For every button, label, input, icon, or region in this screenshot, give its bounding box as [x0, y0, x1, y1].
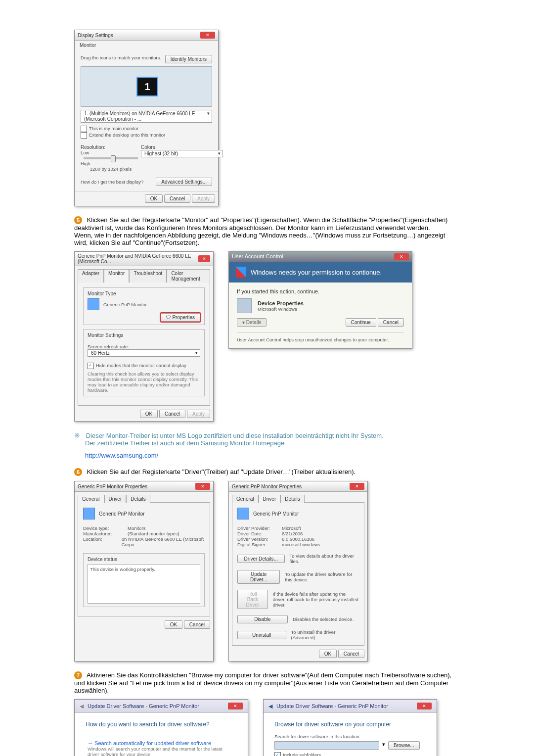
update-driver-wizard-1: ◀ Update Driver Software - Generic PnP M…: [74, 699, 248, 756]
properties-button[interactable]: 🛡 Properties: [161, 313, 200, 322]
device-status-box: This device is working properly.: [88, 564, 200, 604]
monitor-icon: [83, 508, 95, 520]
uac-dialog: User Account Control ✕ Windows needs you…: [228, 251, 412, 349]
close-icon[interactable]: ✕: [228, 703, 243, 709]
location-input[interactable]: [274, 741, 379, 750]
cancel-button[interactable]: Cancel: [338, 650, 364, 658]
tab-troubleshoot[interactable]: Troubleshoot: [129, 269, 167, 283]
general-properties-dialog: Generic PnP Monitor Properties ✕ General…: [74, 481, 214, 662]
cancel-button[interactable]: Cancel: [164, 194, 190, 203]
close-icon[interactable]: ✕: [394, 253, 409, 260]
colors-select[interactable]: Highest (32 bit): [141, 150, 223, 157]
hide-modes-checkbox[interactable]: [88, 363, 94, 369]
tab-driver[interactable]: Driver: [104, 495, 127, 503]
identify-monitors-button[interactable]: Identify Monitors: [165, 55, 212, 63]
monitor-icon: [237, 508, 249, 520]
tab-general[interactable]: General: [78, 495, 104, 503]
refresh-rate-select[interactable]: 60 Hertz: [88, 349, 200, 357]
colors-label: Colors:: [141, 144, 223, 150]
step-6-text: Klicken Sie auf der Registerkarte "Drive…: [87, 468, 356, 475]
ok-button[interactable]: OK: [140, 410, 158, 418]
step-badge-5: 5: [74, 216, 82, 224]
cancel-button[interactable]: Cancel: [378, 318, 404, 327]
tab-driver[interactable]: Driver: [259, 495, 281, 503]
drag-hint: Drag the icons to match your monitors.: [81, 55, 161, 63]
note-line1: Dieser Monitor-Treiber ist unter MS Logo…: [86, 432, 384, 439]
ok-button[interactable]: OK: [165, 620, 182, 629]
cancel-button[interactable]: Cancel: [184, 620, 210, 629]
step-badge-6: 6: [74, 468, 82, 476]
dropdown-icon[interactable]: ▾: [382, 741, 385, 750]
resolution-value: 1280 by 1024 pixels: [81, 166, 141, 172]
uac-banner-text: Windows needs your permission to contion…: [251, 269, 382, 276]
tab-adapter[interactable]: Adapter: [78, 269, 104, 283]
search-auto-option[interactable]: → Search automatically for updated drive…: [86, 735, 237, 756]
monitor-tab: Monitor: [80, 43, 96, 48]
shield-icon: [236, 267, 246, 278]
extend-desktop-checkbox: [81, 132, 87, 139]
back-icon[interactable]: ◀: [80, 703, 84, 709]
wizard-heading: Browse for driver software on your compu…: [274, 721, 426, 728]
wizard-heading: How do you want to search for driver sof…: [86, 721, 237, 728]
tab-details[interactable]: Details: [126, 495, 150, 503]
update-driver-wizard-2: ◀ Update Driver Software - Generic PnP M…: [263, 699, 437, 756]
details-button[interactable]: ▾ Details: [237, 318, 267, 327]
ok-button[interactable]: OK: [145, 194, 163, 203]
note-icon: ※: [74, 431, 80, 439]
close-icon[interactable]: ✕: [350, 483, 364, 490]
close-icon[interactable]: ✕: [417, 703, 432, 709]
monitor-preview[interactable]: 1: [81, 66, 212, 107]
uac-title: User Account Control: [232, 253, 283, 260]
resolution-label: Resolution:: [81, 144, 141, 150]
close-icon[interactable]: ✕: [195, 483, 210, 490]
include-subfolders-checkbox[interactable]: [274, 752, 281, 756]
app-icon: [237, 298, 252, 313]
apply-button: Apply: [192, 194, 215, 203]
close-icon[interactable]: ✕: [198, 255, 210, 262]
monitor-select[interactable]: 1. (Multiple Monitors) on NVIDIA GeForce…: [81, 110, 212, 123]
driver-details-button[interactable]: Driver Details...: [237, 555, 285, 563]
dialog-title: Generic PnP Monitor and NVIDIA GeForce 6…: [78, 253, 198, 264]
close-icon[interactable]: ✕: [200, 32, 215, 39]
main-monitor-checkbox: [81, 126, 87, 132]
display-settings-dialog: Display Settings ✕ Monitor Drag the icon…: [74, 30, 219, 206]
best-display-link[interactable]: How do I get the best display?: [81, 179, 143, 185]
cancel-button[interactable]: Cancel: [159, 410, 185, 418]
note-line2: Der zertifizierte Treiber ist auch auf d…: [85, 439, 284, 447]
resolution-slider[interactable]: [84, 157, 138, 159]
tab-general[interactable]: General: [232, 495, 259, 503]
advanced-settings-button[interactable]: Advanced Settings...: [156, 178, 212, 186]
step-badge-7: 7: [74, 671, 82, 679]
continue-button[interactable]: Continue: [346, 318, 376, 327]
step-5-text: Klicken Sie auf der Registerkarte "Monit…: [74, 216, 447, 246]
driver-properties-dialog: Generic PnP Monitor Properties ✕ General…: [228, 481, 368, 662]
tab-color[interactable]: Color Management: [167, 269, 210, 283]
tab-details[interactable]: Details: [280, 495, 305, 503]
monitor-icon[interactable]: 1: [136, 77, 158, 96]
rollback-driver-button: Roll Back Driver: [237, 590, 268, 609]
apply-button: Apply: [187, 410, 210, 418]
disable-button[interactable]: Disable: [237, 615, 288, 623]
uninstall-button[interactable]: Uninstall: [237, 631, 286, 639]
monitor-icon: [88, 298, 99, 310]
ok-button[interactable]: OK: [319, 650, 337, 658]
update-driver-button[interactable]: Update Driver...: [237, 570, 280, 584]
back-icon[interactable]: ◀: [268, 703, 272, 709]
step-7-text: Aktivieren Sie das Kontrollkästchen "Bro…: [74, 671, 451, 694]
monitor-properties-dialog: Generic PnP Monitor and NVIDIA GeForce 6…: [74, 251, 214, 422]
samsung-url[interactable]: http://www.samsung.com/: [85, 452, 158, 459]
dialog-title: Display Settings: [78, 33, 113, 38]
browse-button[interactable]: Browse...: [388, 741, 420, 750]
tab-monitor[interactable]: Monitor: [104, 269, 129, 283]
